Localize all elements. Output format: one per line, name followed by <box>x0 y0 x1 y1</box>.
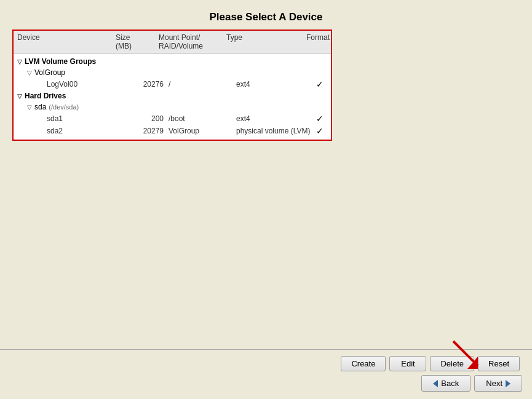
volgroup-arrow-icon: ▽ <box>27 69 32 76</box>
row-type: ext4 <box>236 114 316 123</box>
create-button[interactable]: Create <box>341 356 386 371</box>
back-arrow-icon <box>433 380 438 387</box>
row-format: ✓ <box>316 126 359 136</box>
content-area: Device Size (MB) Mount Point/ RAID/Volum… <box>0 30 532 347</box>
harddrives-arrow-icon: ▽ <box>17 93 22 100</box>
group-harddrives: ▽ Hard Drives <box>14 90 331 101</box>
group-lvm: ▽ LVM Volume Groups <box>14 56 331 67</box>
row-size: 20279 <box>125 127 169 135</box>
next-button[interactable]: Next <box>474 375 522 392</box>
table-row[interactable]: sda1 200 /boot ext4 ✓ <box>23 113 331 125</box>
action-buttons: Create Edit Delete Reset <box>10 356 522 371</box>
table-row[interactable]: LogVol00 20276 / ext4 ✓ <box>23 78 331 90</box>
row-mount: VolGroup <box>169 127 236 135</box>
title-area: Please Select A Device <box>0 0 532 30</box>
row-size: 20276 <box>125 80 169 89</box>
page-title: Please Select A Device <box>12 11 520 23</box>
row-mount: /boot <box>169 114 236 123</box>
bottom-bar: Create Edit Delete Reset Back Next <box>0 352 532 399</box>
reset-button[interactable]: Reset <box>478 356 520 371</box>
row-mount: / <box>169 80 236 89</box>
divider <box>0 349 532 350</box>
edit-button[interactable]: Edit <box>389 356 426 371</box>
col-format: Format <box>306 33 349 50</box>
col-size: Size (MB) <box>116 33 159 50</box>
subgroup-volgroup: ▽ VolGroup LogVol00 20276 / ext4 ✓ <box>14 67 331 90</box>
checkmark-icon: ✓ <box>316 79 324 89</box>
checkmark-icon: ✓ <box>316 126 324 136</box>
tree-body: ▽ LVM Volume Groups ▽ VolGroup LogVol00 … <box>14 53 331 140</box>
table-header: Device Size (MB) Mount Point/ RAID/Volum… <box>14 31 331 53</box>
row-name: sda2 <box>27 127 125 135</box>
row-type: ext4 <box>236 80 316 89</box>
device-table: Device Size (MB) Mount Point/ RAID/Volum… <box>12 30 332 141</box>
table-row[interactable]: sda2 20279 VolGroup physical volume (LVM… <box>23 125 331 137</box>
col-type: Type <box>226 33 306 50</box>
col-device: Device <box>17 33 116 50</box>
next-arrow-icon <box>506 380 510 387</box>
sda-arrow-icon: ▽ <box>27 104 32 111</box>
row-format: ✓ <box>316 79 359 89</box>
subgroup-sda: ▽ sda (/dev/sda) sda1 200 /boot ext4 ✓ s… <box>14 101 331 137</box>
checkmark-icon: ✓ <box>316 114 324 124</box>
delete-button[interactable]: Delete <box>430 356 474 371</box>
row-type: physical volume (LVM) <box>236 127 316 135</box>
sda-hint: (/dev/sda) <box>49 103 79 111</box>
lvm-arrow-icon: ▽ <box>17 58 22 65</box>
main-window: Please Select A Device Device Size (MB) … <box>0 0 532 399</box>
col-mount: Mount Point/ RAID/Volume <box>159 33 226 50</box>
volgroup-label: ▽ VolGroup <box>23 67 331 78</box>
row-size: 200 <box>125 114 169 123</box>
sda-label: ▽ sda (/dev/sda) <box>23 101 331 113</box>
nav-buttons: Back Next <box>10 375 522 392</box>
row-format: ✓ <box>316 114 359 124</box>
row-name: sda1 <box>27 114 125 123</box>
row-name: LogVol00 <box>27 80 125 89</box>
back-button[interactable]: Back <box>421 375 470 392</box>
